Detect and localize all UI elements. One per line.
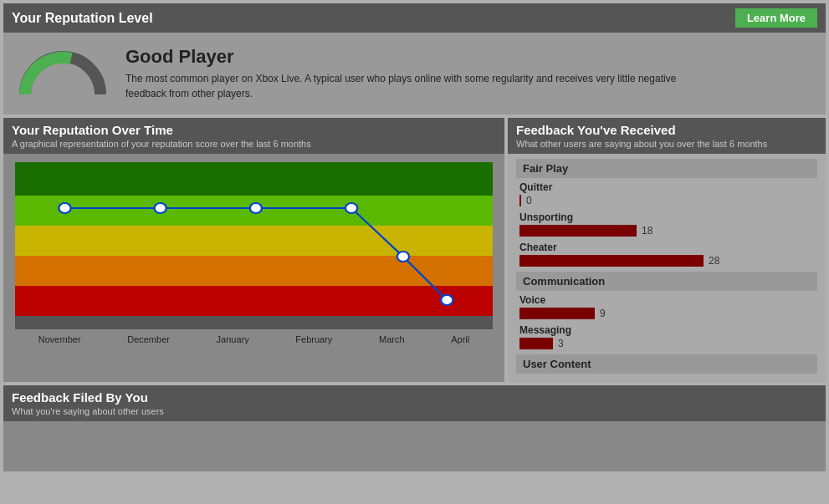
cheater-bar xyxy=(519,255,704,267)
communication-category: Communication xyxy=(516,272,817,291)
cheater-label: Cheater xyxy=(519,242,814,253)
messaging-value: 3 xyxy=(558,338,564,349)
data-point-feb xyxy=(345,203,357,213)
gauge-svg xyxy=(17,44,109,103)
page-container: Your Reputation Level Learn More Good Pl… xyxy=(0,0,829,475)
player-info: Good Player The most common player on Xb… xyxy=(125,46,711,101)
messaging-bar xyxy=(519,338,553,349)
month-apr: April xyxy=(451,334,469,344)
unsporting-label: Unsporting xyxy=(519,211,814,223)
chart-wrapper xyxy=(15,162,493,329)
reputation-over-time-header: Your Reputation Over Time A graphical re… xyxy=(3,118,504,154)
reputation-level-header: Your Reputation Level Learn More xyxy=(3,3,826,33)
player-rank: Good Player xyxy=(125,46,711,68)
messaging-bar-row: 3 xyxy=(519,338,814,349)
chart-line-svg xyxy=(15,162,493,329)
gauge-container xyxy=(17,44,109,103)
learn-more-button[interactable]: Learn More xyxy=(735,8,817,28)
feedback-filed-title: Feedback Filed By You xyxy=(12,390,817,405)
cheater-bar-row: 28 xyxy=(519,255,814,267)
reputation-over-time-panel: Your Reputation Over Time A graphical re… xyxy=(3,118,504,382)
reputation-over-time-title: Your Reputation Over Time xyxy=(12,123,496,137)
data-point-dec xyxy=(155,203,166,213)
chart-line xyxy=(64,208,447,300)
feedback-filed-subtitle: What you're saying about other users xyxy=(12,406,817,416)
quitter-bar xyxy=(519,195,521,206)
quitter-bar-row: 0 xyxy=(519,195,814,206)
voice-value: 9 xyxy=(600,308,606,319)
month-feb: February xyxy=(295,334,332,344)
voice-item: Voice 9 xyxy=(516,294,817,319)
month-mar: March xyxy=(379,334,405,344)
cheater-item: Cheater 28 xyxy=(516,242,817,267)
feedback-panel: Feedback You've Received What other user… xyxy=(508,118,826,382)
feedback-panel-title: Feedback You've Received xyxy=(516,123,817,137)
chart-months: November December January February March… xyxy=(15,329,493,353)
messaging-item: Messaging 3 xyxy=(516,324,817,349)
voice-label: Voice xyxy=(519,294,814,306)
feedback-filed-section: Feedback Filed By You What you're saying… xyxy=(3,385,826,471)
middle-row: Your Reputation Over Time A graphical re… xyxy=(3,118,826,382)
chart-area: November December January February March… xyxy=(3,154,504,356)
quitter-value: 0 xyxy=(526,195,532,206)
data-point-jan xyxy=(250,203,262,213)
feedback-filed-header: Feedback Filed By You What you're saying… xyxy=(3,385,826,421)
feedback-filed-content xyxy=(3,421,826,471)
cheater-value: 28 xyxy=(709,255,719,267)
fair-play-category: Fair Play xyxy=(516,159,817,178)
user-content-category: User Content xyxy=(516,354,817,374)
unsporting-item: Unsporting 18 xyxy=(516,211,817,237)
player-description: The most common player on Xbox Live. A t… xyxy=(125,71,711,101)
unsporting-value: 18 xyxy=(642,225,652,237)
unsporting-bar-row: 18 xyxy=(519,225,814,237)
month-jan: January xyxy=(217,334,249,344)
unsporting-bar xyxy=(519,225,637,237)
data-point-apr xyxy=(441,295,453,305)
quitter-item: Quitter 0 xyxy=(516,181,817,206)
reputation-level-title: Your Reputation Level xyxy=(12,11,153,26)
feedback-content: Fair Play Quitter 0 Unsporting 18 xyxy=(508,154,826,382)
month-nov: November xyxy=(38,334,81,344)
month-dec: December xyxy=(127,334,170,344)
data-point-mar xyxy=(397,252,409,262)
voice-bar xyxy=(519,308,595,319)
feedback-panel-header: Feedback You've Received What other user… xyxy=(508,118,826,154)
quitter-label: Quitter xyxy=(519,181,814,193)
data-point-nov xyxy=(59,203,70,213)
reputation-level-section: Your Reputation Level Learn More Good Pl… xyxy=(3,3,826,115)
feedback-panel-subtitle: What other users are saying about you ov… xyxy=(516,139,817,149)
messaging-label: Messaging xyxy=(519,324,814,336)
reputation-over-time-subtitle: A graphical representation of your reput… xyxy=(12,139,496,149)
reputation-level-content: Good Player The most common player on Xb… xyxy=(3,33,826,115)
voice-bar-row: 9 xyxy=(519,308,814,319)
